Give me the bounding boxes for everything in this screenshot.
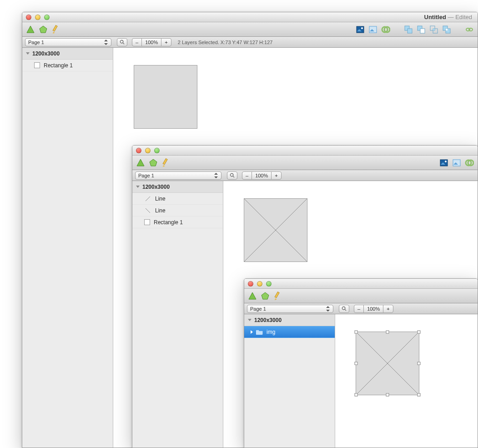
controlbar: Page 1 – 100% + [244,303,478,314]
zoom-in-button[interactable]: + [161,38,171,46]
resize-handle[interactable] [355,331,358,334]
layer-row-folder[interactable]: img [244,326,335,338]
search-button[interactable] [227,171,237,180]
placeholder-shape[interactable] [244,198,307,262]
layer-row[interactable]: Rectangle 1 [132,216,223,228]
svg-line-39 [146,208,150,213]
image-fill-icon[interactable] [356,25,365,34]
resize-handle[interactable] [418,331,421,334]
zoom-button[interactable] [266,281,272,287]
page-select[interactable]: Page 1 [135,171,221,180]
zoom-in-button[interactable]: + [383,305,393,313]
selected-group-shape[interactable] [356,332,419,395]
layers-sidebar: 1200x3000 img [244,314,335,448]
pencil-tool-icon[interactable] [51,25,60,34]
svg-marker-28 [163,165,165,167]
zoom-value[interactable]: 100% [141,38,161,46]
svg-rect-44 [275,292,279,297]
svg-marker-43 [262,292,269,299]
svg-marker-0 [27,26,34,33]
resize-handle[interactable] [418,362,421,365]
artboard-label: 1200x3000 [254,317,282,323]
zoom-value[interactable]: 100% [363,305,383,313]
pencil-tool-icon[interactable] [273,292,282,301]
minimize-button[interactable] [35,15,40,20]
zoom-button[interactable] [154,148,160,153]
union-icon[interactable] [404,25,413,34]
resize-handle[interactable] [355,362,358,365]
page-select[interactable]: Page 1 [25,38,111,46]
difference-icon[interactable] [442,25,451,34]
zoom-in-button[interactable]: + [271,171,281,180]
resize-handle[interactable] [355,393,358,397]
pentagon-tool-icon[interactable] [261,292,270,301]
title-label: Untitled [424,14,446,20]
intersect-icon[interactable] [429,25,438,34]
zoom-stepper: – 100% + [354,305,393,313]
zoom-out-button[interactable]: – [242,171,252,180]
titlebar[interactable] [132,146,478,156]
close-button[interactable] [26,15,31,20]
artboard-row[interactable]: 1200x3000 [22,48,113,60]
titlebar[interactable] [244,279,478,289]
image-outline-icon[interactable] [452,158,461,167]
svg-line-37 [233,176,234,177]
ring-icon[interactable] [381,25,390,34]
disclosure-icon [26,52,30,55]
canvas[interactable] [335,314,478,448]
image-fill-icon[interactable] [439,158,448,167]
toolbar [22,22,478,37]
image-outline-icon[interactable] [368,25,377,34]
close-button[interactable] [248,281,253,287]
search-button[interactable] [339,305,349,313]
layer-row[interactable]: Rectangle 1 [22,60,113,71]
svg-rect-27 [163,158,167,164]
line-icon [144,195,151,202]
svg-marker-42 [249,292,256,299]
layer-row[interactable]: Line [132,205,223,216]
link-icon[interactable] [465,25,474,34]
folder-icon [256,328,263,336]
resize-handle[interactable] [386,393,389,397]
layer-label: Line [155,207,166,214]
minimize-button[interactable] [145,148,151,153]
layer-row[interactable]: Line [132,193,223,205]
triangle-tool-icon[interactable] [26,25,35,34]
titlebar[interactable]: Untitled — Edited [22,12,478,22]
resize-handle[interactable] [418,393,421,397]
triangle-tool-icon[interactable] [136,158,145,167]
zoom-out-button[interactable]: – [132,38,142,46]
layer-label: Rectangle 1 [44,62,73,69]
zoom-out-button[interactable]: – [354,305,364,313]
pentagon-tool-icon[interactable] [149,158,158,167]
close-button[interactable] [136,148,141,153]
zoom-button[interactable] [44,15,50,20]
layers-sidebar: 1200x3000 Line Line Rectangle 1 [132,181,223,448]
triangle-tool-icon[interactable] [248,292,257,301]
artboard-row[interactable]: 1200x3000 [244,314,335,326]
layer-label: img [267,329,275,335]
svg-marker-45 [275,298,277,300]
stepper-icon [104,40,108,45]
subtract-icon[interactable] [417,25,426,34]
minimize-button[interactable] [257,281,262,287]
artboard-row[interactable]: 1200x3000 [132,181,223,193]
pentagon-tool-icon[interactable] [39,25,48,34]
search-button[interactable] [117,38,127,46]
page-select[interactable]: Page 1 [247,305,333,313]
resize-handle[interactable] [386,331,389,334]
svg-rect-17 [433,29,435,30]
svg-line-24 [123,43,124,44]
rectangle-icon [34,62,40,68]
pencil-tool-icon[interactable] [161,158,171,167]
traffic-lights [244,281,272,287]
svg-marker-26 [150,159,157,166]
artboard-label: 1200x3000 [142,184,170,190]
edited-label: — Edited [448,14,472,20]
page-label: Page 1 [28,40,44,45]
zoom-value[interactable]: 100% [252,171,272,180]
svg-rect-29 [440,160,448,166]
ring-icon[interactable] [465,158,474,167]
rectangle-shape[interactable] [134,65,197,129]
svg-point-23 [120,40,123,43]
